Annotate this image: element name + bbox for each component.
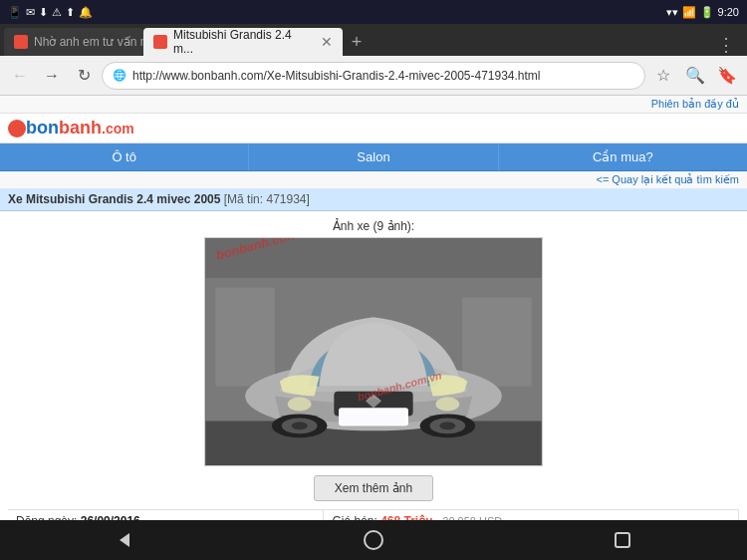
tab-2-label: Mitsubishi Grandis 2.4 m... bbox=[173, 28, 315, 56]
bookmark-star-icon[interactable]: ☆ bbox=[649, 62, 677, 90]
car-name: Xe Mitsubishi Grandis 2.4 mivec 2005 bbox=[8, 192, 220, 206]
nav-menu: Ô tô Salon Cần mua? bbox=[0, 143, 747, 171]
logo-circle-icon bbox=[8, 120, 26, 138]
svg-rect-25 bbox=[616, 533, 629, 547]
status-bar: 📱 ✉ ⬇ ⚠ ⬆ 🔔 ▾▾ 📶 🔋 9:20 bbox=[0, 0, 747, 24]
home-circle-icon bbox=[363, 529, 384, 551]
ma-tin: [Mã tin: 471934] bbox=[224, 192, 310, 206]
photo-section: Ảnh xe (9 ảnh): bbox=[8, 219, 739, 501]
tab-2[interactable]: Mitsubishi Grandis 2.4 m... ✕ bbox=[143, 28, 343, 56]
search-icon[interactable]: 🔍 bbox=[681, 62, 709, 90]
notification-icon-1: 📱 bbox=[8, 6, 22, 19]
tab-1-label: Nhờ anh em tư vấn mua ... bbox=[34, 35, 143, 49]
site-header: bonbanh.com bbox=[0, 114, 747, 143]
svg-rect-14 bbox=[339, 409, 407, 426]
wifi-icon: ▾▾ bbox=[666, 6, 678, 19]
svg-point-24 bbox=[365, 531, 382, 549]
svg-marker-23 bbox=[120, 533, 129, 547]
back-to-search-link[interactable]: <= Quay lại kết quả tìm kiếm bbox=[0, 171, 747, 188]
notification-icon-3: ⬇ bbox=[39, 6, 48, 19]
back-triangle-icon bbox=[114, 529, 135, 551]
car-image: bonbanh.com bonbanh.com.vn bbox=[205, 238, 542, 465]
signal-icon: 📶 bbox=[682, 6, 696, 19]
back-button[interactable]: ← bbox=[6, 62, 34, 90]
android-back-button[interactable] bbox=[109, 524, 140, 556]
tab-1-favicon bbox=[14, 35, 28, 49]
url-text: http://www.bonbanh.com/Xe-Mitsubishi-Gra… bbox=[132, 69, 634, 83]
main-content: Ảnh xe (9 ảnh): bbox=[0, 211, 747, 560]
warning-icon: ⚠ bbox=[52, 6, 62, 19]
svg-point-20 bbox=[439, 421, 455, 429]
address-bar: ← → ↻ 🌐 http://www.bonbanh.com/Xe-Mitsub… bbox=[0, 56, 747, 96]
notification-icon-2: ✉ bbox=[26, 6, 35, 19]
svg-rect-4 bbox=[215, 288, 274, 387]
notification-icon-5: 🔔 bbox=[79, 6, 93, 19]
save-page-icon[interactable]: 🔖 bbox=[713, 62, 741, 90]
forward-button[interactable]: → bbox=[38, 62, 66, 90]
time-display: 9:20 bbox=[718, 6, 739, 18]
svg-point-11 bbox=[435, 398, 459, 412]
tab-1[interactable]: Nhờ anh em tư vấn mua ... bbox=[4, 28, 143, 56]
new-tab-button[interactable]: + bbox=[343, 28, 371, 56]
page-title-bar: Xe Mitsubishi Grandis 2.4 mivec 2005 [Mã… bbox=[0, 188, 747, 211]
svg-point-17 bbox=[292, 421, 308, 429]
android-nav-bar bbox=[0, 520, 747, 560]
url-bar[interactable]: 🌐 http://www.bonbanh.com/Xe-Mitsubishi-G… bbox=[102, 62, 645, 90]
notification-icon-4: ⬆ bbox=[66, 6, 75, 19]
photo-label: Ảnh xe (9 ảnh): bbox=[8, 219, 739, 233]
tab-bar: Nhờ anh em tư vấn mua ... Mitsubishi Gra… bbox=[0, 24, 747, 56]
status-bar-right-icons: ▾▾ 📶 🔋 9:20 bbox=[666, 6, 739, 19]
xem-them-anh-button[interactable]: Xem thêm ảnh bbox=[314, 475, 433, 501]
tab-2-close[interactable]: ✕ bbox=[321, 34, 333, 50]
nav-item-o-to[interactable]: Ô tô bbox=[0, 143, 249, 170]
nav-item-can-mua[interactable]: Cần mua? bbox=[499, 143, 747, 170]
car-image-container: bonbanh.com bonbanh.com.vn bbox=[204, 237, 543, 466]
reload-button[interactable]: ↻ bbox=[70, 62, 98, 90]
svg-point-10 bbox=[288, 398, 312, 412]
android-recent-button[interactable] bbox=[607, 524, 638, 556]
full-version-link[interactable]: Phiên bản đầy đủ bbox=[0, 96, 747, 114]
svg-rect-5 bbox=[462, 297, 531, 386]
status-bar-left-icons: 📱 ✉ ⬇ ⚠ ⬆ 🔔 bbox=[8, 6, 93, 19]
nav-item-salon[interactable]: Salon bbox=[249, 143, 498, 170]
android-home-button[interactable] bbox=[358, 524, 389, 556]
lock-icon: 🌐 bbox=[113, 69, 126, 82]
recent-apps-icon bbox=[612, 529, 633, 551]
tab-2-favicon bbox=[153, 35, 167, 49]
tab-menu-button[interactable]: ⋮ bbox=[709, 34, 743, 56]
battery-icon: 🔋 bbox=[700, 6, 714, 19]
site-logo[interactable]: bonbanh.com bbox=[8, 118, 134, 139]
